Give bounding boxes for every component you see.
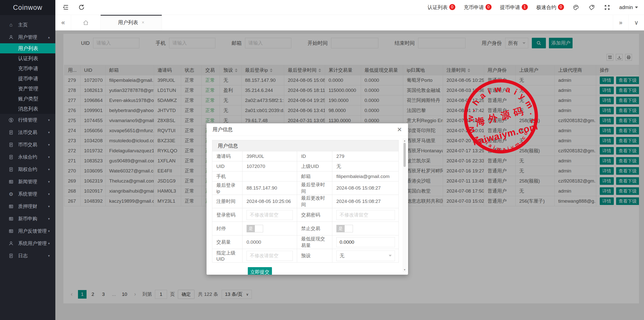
collapse-menu-icon[interactable] xyxy=(62,4,69,11)
sidebar-item-15[interactable]: ⚙系统管理▼ xyxy=(0,188,55,200)
tab-home[interactable] xyxy=(71,15,101,30)
scroll-up-icon[interactable]: ▲ xyxy=(403,139,406,142)
sidebar-item-label: 充币申请 xyxy=(18,65,38,72)
field-label: 邮箱 xyxy=(297,171,332,181)
preset-select[interactable]: 无 xyxy=(336,251,395,261)
news-icon xyxy=(8,216,14,221)
sidebar-item-label: 行情管理 xyxy=(18,117,37,123)
sidebar-item-1[interactable]: 用户管理▲ xyxy=(0,31,55,43)
sidebar-item-10[interactable]: 法币交易▼ xyxy=(0,126,55,138)
scrollbar-thumb[interactable] xyxy=(404,143,406,167)
chevron-down-icon: ▼ xyxy=(48,156,50,159)
field-label: 注册时间 xyxy=(212,195,243,208)
notice-label: 极速合约 xyxy=(536,4,556,11)
sidebar-item-label: 用户反馈管理 xyxy=(18,228,47,234)
sidebar-item-label: 账户类型 xyxy=(18,95,38,102)
notice-0[interactable]: 认证列表0 xyxy=(428,4,455,11)
sidebar-item-20[interactable]: 日志▼ xyxy=(0,250,55,262)
sidebar-item-6[interactable]: 资产管理 xyxy=(0,84,55,94)
notice-2[interactable]: 提币申请1 xyxy=(500,4,528,11)
news-icon xyxy=(8,204,14,209)
user-menu[interactable]: admin xyxy=(619,5,638,10)
tag-icon[interactable] xyxy=(588,4,595,11)
fullscreen-icon[interactable] xyxy=(604,4,611,11)
field-label: 指定上级UID xyxy=(212,249,243,262)
field-value: 2024-08-05 10:25:06 xyxy=(243,195,297,208)
field-input[interactable] xyxy=(247,251,293,261)
user-info-card: 用户信息 邀请码39RU0LID279UID1072070上级UID无手机邮箱f… xyxy=(212,140,399,263)
scroll-down-icon[interactable]: ▼ xyxy=(403,268,406,271)
modal-scrollbar[interactable]: ▲ ▼ xyxy=(403,138,407,272)
sidebar-item-14[interactable]: 新闻管理▼ xyxy=(0,175,55,188)
modal-header: 用户信息 ✕ xyxy=(207,123,408,136)
chevron-down-icon: ▼ xyxy=(48,131,50,134)
sidebar-item-3[interactable]: 认证列表 xyxy=(0,53,55,63)
toggle-label: 是 xyxy=(247,225,255,232)
sidebar-item-12[interactable]: 永续合约▼ xyxy=(0,151,55,163)
modal-body: 用户信息 邀请码39RU0LID279UID1072070上级UID无手机邮箱f… xyxy=(207,136,408,275)
top-header: 认证列表0充币申请0提币申请1极速合约0 admin xyxy=(55,0,644,15)
tab-label: 用户列表 xyxy=(118,19,138,26)
tabs-more[interactable]: » xyxy=(613,15,628,30)
app-root: Coinwow ⌂主页用户管理▲用户列表认证列表充币申请提币申请资产管理账户类型… xyxy=(0,0,644,320)
tabs-dropdown[interactable]: ∨ xyxy=(628,15,644,30)
field-input[interactable] xyxy=(336,237,395,247)
field-label: 禁止交易 xyxy=(297,222,332,235)
sidebar-item-label: 认证列表 xyxy=(18,55,38,62)
sidebar-item-8[interactable]: 消息列表 xyxy=(0,104,55,114)
sidebar-item-11[interactable]: 币币交易▼ xyxy=(0,138,55,151)
field-toggle-cell: 是 xyxy=(332,222,399,235)
sidebar-item-18[interactable]: 用户反馈管理▼ xyxy=(0,225,55,237)
notice-3[interactable]: 极速合约0 xyxy=(536,4,564,11)
sidebar-item-2[interactable]: 用户列表 xyxy=(0,43,55,53)
sidebar-item-label: 币币交易 xyxy=(18,141,37,148)
sidebar-item-7[interactable]: 账户类型 xyxy=(0,94,55,104)
chevron-down-icon: ▼ xyxy=(48,254,50,257)
user-info-rows: 邀请码39RU0LID279UID1072070上级UID无手机邮箱filipe… xyxy=(212,151,398,262)
modal-row-8: 指定上级UID预设无 xyxy=(212,249,398,262)
field-label: 邀请码 xyxy=(212,151,243,161)
sidebar-item-label: 期权合约 xyxy=(18,166,37,173)
sidebar-item-label: 质押理财 xyxy=(18,203,37,210)
notice-1[interactable]: 充币申请0 xyxy=(464,4,492,11)
field-input[interactable] xyxy=(247,210,293,220)
refresh-icon[interactable] xyxy=(78,4,85,11)
field-label: 预设 xyxy=(297,249,332,262)
sidebar-item-label: 提币申请 xyxy=(18,75,38,82)
sidebar-item-label: 用户管理 xyxy=(18,34,37,41)
theme-palette-icon[interactable] xyxy=(573,4,580,11)
header-left xyxy=(55,4,85,11)
content-area: UID手机邮箱开始时间结束时间用户身份所有添加用户 用...UID邮箱邀请码状态… xyxy=(55,30,644,320)
news-icon xyxy=(8,179,14,184)
sidebar-item-19[interactable]: 系统用户管理▼ xyxy=(0,237,55,250)
tabs-scroll-left[interactable]: « xyxy=(55,15,71,30)
document-icon xyxy=(8,155,14,160)
document-icon xyxy=(8,142,14,147)
sidebar-item-label: 系统管理 xyxy=(18,191,37,197)
document-icon xyxy=(8,253,14,258)
sidebar-item-4[interactable]: 充币申请 xyxy=(0,63,55,74)
user-icon xyxy=(8,35,14,40)
field-input[interactable] xyxy=(336,210,395,220)
sidebar-item-5[interactable]: 提币申请 xyxy=(0,74,55,84)
tabs-spacer xyxy=(162,15,613,30)
notice-badge: 0 xyxy=(558,4,564,10)
modal-row-6: 封停是禁止交易是 xyxy=(212,222,398,235)
field-label: 登录密码 xyxy=(212,208,243,222)
toggle-switch[interactable]: 是 xyxy=(247,225,263,232)
sidebar-item-16[interactable]: 质押理财▼ xyxy=(0,200,55,212)
preset-value: 无 xyxy=(340,253,344,259)
sidebar-item-9[interactable]: 行情管理▼ xyxy=(0,114,55,126)
sidebar-item-label: 新币申购 xyxy=(18,216,37,222)
sidebar-item-13[interactable]: 期权合约▼ xyxy=(0,163,55,175)
close-icon[interactable]: ✕ xyxy=(397,127,402,133)
sidebar-item-0[interactable]: ⌂主页 xyxy=(0,19,55,31)
tab-close-icon[interactable]: × xyxy=(142,20,144,25)
toggle-switch[interactable]: 是 xyxy=(336,225,353,232)
sidebar-item-17[interactable]: 新币申购▼ xyxy=(0,212,55,225)
tab-user-list[interactable]: 用户列表 × xyxy=(101,15,162,30)
submit-button[interactable]: 立即提交 xyxy=(248,267,272,275)
field-value: 0.0000 xyxy=(243,235,297,249)
brand-logo: Coinwow xyxy=(0,0,55,15)
tab-bar: « 用户列表 × » ∨ xyxy=(55,15,644,30)
